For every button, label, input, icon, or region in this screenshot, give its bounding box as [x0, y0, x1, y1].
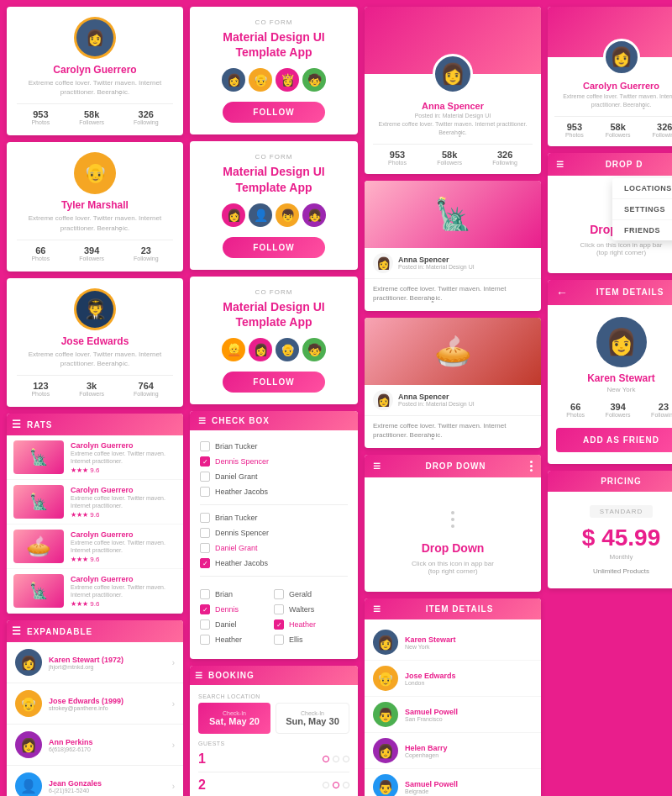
cb-box-heather[interactable]: [200, 487, 210, 497]
item-avatar-samuel1-col3: 👨: [373, 702, 398, 727]
expand-arrow-jose: ›: [172, 699, 175, 709]
checkbox-hamburger-icon[interactable]: ☰: [198, 416, 207, 425]
column-4: 👩 Carolyn Guerrero Extreme coffee lover.…: [548, 7, 672, 796]
cb-item-daniel2[interactable]: Daniel Grant: [200, 540, 348, 556]
stat-photos: 953 Photos: [31, 109, 50, 125]
expand-arrow-jean: ›: [172, 782, 175, 791]
vertical-dots-col3: [373, 511, 533, 528]
cb-item-dennis[interactable]: ✓ Dennis Spencer: [200, 454, 348, 469]
item-row-karen-col3[interactable]: 👩 Karen Stewart New York: [365, 625, 541, 661]
profile-card-tyler: 👴 Tyler Marshall Extreme coffee lover. T…: [7, 142, 183, 271]
cb-grid-heather2[interactable]: ✓Heather: [274, 617, 348, 632]
cb-box-brian[interactable]: [200, 441, 210, 451]
cb-box-dennis2[interactable]: [200, 528, 210, 538]
cb-box-daniel[interactable]: [200, 472, 210, 482]
coform-avatar-2: 👴: [249, 68, 272, 92]
dropdown-overlay-hamburger[interactable]: ☰: [556, 160, 564, 169]
profile-card-col3: 👩 Anna Spencer Posted in: Material Desig…: [365, 7, 541, 174]
cb-grid-heather-g[interactable]: Heather: [200, 632, 274, 647]
profile-bio-col3: Extreme coffee lover. Twitter maven. Int…: [373, 120, 533, 137]
add-friend-button[interactable]: ADD AS FRIEND: [556, 428, 672, 452]
profile-bio-jose: Extreme coffee lover. Twitter maven. Int…: [17, 350, 173, 368]
item-details-hamburger-col3[interactable]: ☰: [373, 604, 381, 614]
blog-card-2: 🥧 👩 Anna Spencer Posted in: Material Des…: [365, 318, 541, 448]
date-row: Check-In Sat, May 20 Check-In Sun, May 3…: [198, 703, 349, 734]
cb-box-dennis[interactable]: ✓: [200, 456, 210, 467]
profile-name-jose: Jose Edwards: [17, 335, 173, 347]
follow-button-1[interactable]: FOLLOW: [223, 102, 324, 123]
pricing-period: Monthly: [558, 553, 672, 561]
cb-item-brian[interactable]: Brian Tucker: [200, 439, 348, 454]
coform-avatar-8: 👧: [302, 203, 326, 227]
item-detail-body: 👩 Karen Stewart New York 66Photos 394Fol…: [548, 305, 672, 464]
pricing-badge: STANDARD: [590, 505, 653, 518]
item-row-samuel1-col3[interactable]: 👨 Samuel Powell San Francisco: [365, 697, 541, 733]
coform-card-3: CO FORM Material Design UI Template App …: [190, 277, 358, 404]
rate-item-1: 🗽 Carolyn Guerrero Extreme coffee lover.…: [7, 435, 183, 480]
blog-desc-1: Extreme coffee lover. Twitter maven. Int…: [365, 279, 541, 311]
expand-item-ann[interactable]: 👩 Ann Perkins 6(618)962-6170 ›: [7, 725, 183, 766]
cb-box-brian2[interactable]: [200, 513, 210, 523]
expand-item-karen[interactable]: 👩 Karen Stewart (1972) jhjort@mtnkd.org …: [7, 642, 183, 683]
cb-box-heather2[interactable]: ✓: [200, 558, 210, 568]
cb-item-heather2[interactable]: ✓ Heather Jacobs: [200, 556, 348, 571]
item-detail-stats: 66Photos 394Followers 23Following: [556, 402, 672, 418]
booking-hamburger-icon[interactable]: ☰: [195, 671, 203, 680]
cb-item-daniel[interactable]: Daniel Grant: [200, 469, 348, 484]
follow-button-3[interactable]: FOLLOW: [223, 372, 324, 393]
hamburger-icon[interactable]: ☰: [12, 419, 22, 430]
profile-avatar-col4: 👩: [603, 39, 640, 76]
follow-button-2[interactable]: FOLLOW: [223, 237, 324, 258]
coform-label-3: CO FORM: [198, 288, 349, 296]
cb-item-heather[interactable]: Heather Jacobs: [200, 484, 348, 499]
expand-arrow-ann: ›: [172, 741, 175, 750]
rate-card: ☰ RATS 🗽 Carolyn Guerrero Extreme coffee…: [7, 414, 183, 614]
profile-sub-col3: Posted in: Material Design UI: [373, 113, 533, 119]
item-details-header-col4: ← ITEM DETAILS: [548, 280, 672, 305]
expand-item-jean[interactable]: 👤 Jean Gonzales 6-(21)921-5240 ›: [7, 766, 183, 796]
item-row-jose-col3[interactable]: 👴 Jose Edwards London: [365, 661, 541, 697]
back-arrow-icon[interactable]: ←: [556, 286, 569, 299]
item-row-samuel2-col3[interactable]: 👨 Samuel Powell Belgrade: [365, 769, 541, 796]
profile-bio-col4: Extreme coffee lover. Twitter maven. Int…: [554, 92, 672, 109]
blog-author-row-2: 👩 Anna Spencer Posted in: Material Desig…: [365, 385, 541, 416]
cb-item-dennis2[interactable]: Dennis Spencer: [200, 525, 348, 540]
rate-item-4: 🗽 Carolyn Guerrero Extreme coffee lover.…: [7, 569, 183, 614]
stepper-dot: [333, 756, 339, 762]
blog-author-avatar-2: 👩: [373, 390, 393, 410]
profile-header-col3: 👩: [365, 7, 541, 74]
three-dots-icon-col3[interactable]: [530, 461, 533, 472]
cb-grid-gerald[interactable]: Gerald: [274, 587, 348, 602]
item-detail-name-karen: Karen Stewart: [556, 372, 672, 384]
cb-grid-daniel[interactable]: Daniel: [200, 617, 274, 632]
menu-item-friends[interactable]: FRIENDS: [612, 220, 672, 240]
dropdown-card-col3: ☰ DROP DOWN Drop Down Click on this icon…: [365, 455, 541, 592]
profile-header-col4: 👩: [548, 7, 672, 57]
blog-card-1: 🗽 👩 Anna Spencer Posted in: Material Des…: [365, 181, 541, 311]
menu-item-settings[interactable]: SETTINGS: [612, 199, 672, 220]
cb-grid-walters[interactable]: Walters: [274, 602, 348, 617]
stepper-dot: [323, 756, 329, 762]
cb-item-brian2[interactable]: Brian Tucker: [200, 510, 348, 525]
cb-grid-dennis[interactable]: ✓Dennis: [200, 602, 274, 617]
pricing-price: $ 45.99: [558, 525, 672, 551]
cb-grid-ellis[interactable]: Ellis: [274, 632, 348, 647]
stats-row-tyler: 66Photos 394Followers 23Following: [17, 240, 173, 261]
dropdown-hamburger-icon-col3[interactable]: ☰: [373, 461, 381, 471]
column-2: CO FORM Material Design UI Template App …: [190, 7, 358, 796]
expandable-hamburger-icon[interactable]: ☰: [12, 625, 22, 637]
rate-thumb-3: 🥧: [13, 530, 64, 563]
dropdown-overlay-title: DROP D: [564, 160, 672, 169]
expand-arrow-karen: ›: [172, 658, 175, 667]
item-row-helen-col3[interactable]: 👩 Helen Barry Copenhagen: [365, 733, 541, 769]
coform-title-3: Material Design UI Template App: [198, 299, 349, 329]
expand-item-jose[interactable]: 👴 Jose Edwards (1999) strokey@panthere.i…: [7, 683, 183, 725]
item-details-card-col3: ☰ ITEM DETAILS 👩 Karen Stewart New York …: [365, 598, 541, 796]
checkout-display: Check-In Sun, May 30: [276, 703, 349, 734]
stepper-dot: [333, 782, 339, 788]
cb-grid-brian[interactable]: Brian: [200, 587, 274, 602]
stat-following: 326 Following: [134, 109, 159, 125]
menu-item-locations[interactable]: LOCATIONS: [612, 178, 672, 199]
cb-box-daniel2[interactable]: [200, 543, 210, 553]
checkin-button[interactable]: Check-In Sat, May 20: [198, 703, 270, 734]
